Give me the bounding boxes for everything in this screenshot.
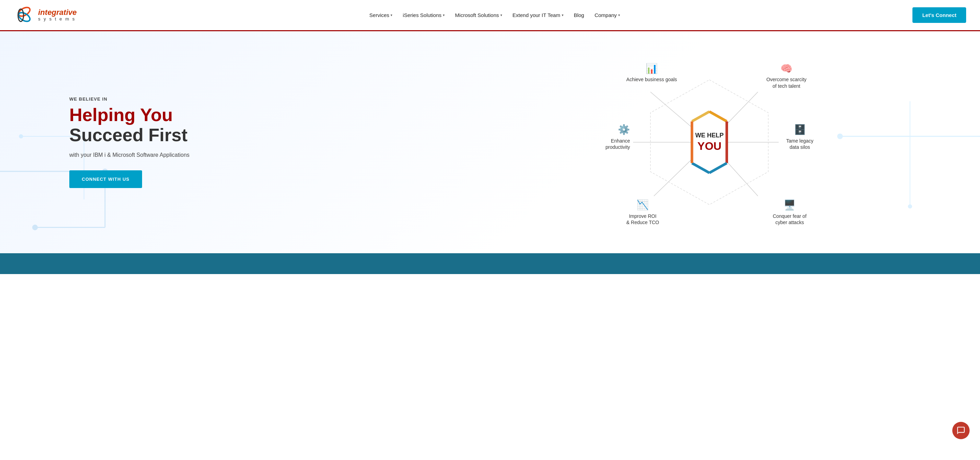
improve-roi-icon: 📉 — [626, 199, 659, 211]
nav-services[interactable]: Services ▾ — [369, 12, 393, 18]
nav-iseries[interactable]: iSeries Solutions ▾ — [402, 12, 445, 18]
logo-icon — [14, 5, 35, 26]
enhance-productivity-icon: ⚙️ — [605, 123, 630, 136]
chevron-down-icon: ▾ — [562, 13, 563, 17]
logo-text: integrative s y s t e m s — [38, 8, 76, 21]
logo[interactable]: integrative s y s t e m s — [14, 5, 76, 26]
spoke-overcome-scarcity: 🧠 Overcome scarcityof tech talent — [766, 62, 807, 89]
spoke-tame-legacy: 🗄️ Tame legacydata silos — [786, 123, 814, 150]
hex-diagram-container: WE HELP YOU 📊 Achieve business goals 🧠 O… — [467, 52, 952, 232]
spoke-conquer-cyber: 🖥️ Conquer fear ofcyber attacks — [773, 199, 807, 225]
chevron-down-icon: ▾ — [618, 13, 620, 17]
header: integrative s y s t e m s Services ▾ iSe… — [0, 0, 980, 31]
lets-connect-button[interactable]: Let's Connect — [912, 7, 966, 23]
chevron-down-icon: ▾ — [500, 13, 502, 17]
svg-point-7 — [32, 225, 38, 230]
hero-tagline: WE BELIEVE IN — [69, 96, 467, 102]
hex-diagram: WE HELP YOU 📊 Achieve business goals 🧠 O… — [609, 52, 810, 232]
achieve-goals-icon: 📊 — [626, 62, 677, 75]
logo-sub: s y s t e m s — [38, 17, 76, 21]
chevron-down-icon: ▾ — [443, 13, 445, 17]
logo-brand: integrative — [38, 8, 76, 17]
hero-title-red: Helping You — [69, 105, 467, 125]
hex-center-we-help: WE HELP — [695, 132, 724, 139]
spoke-achieve-goals: 📊 Achieve business goals — [626, 62, 677, 83]
bottom-bar — [0, 253, 980, 274]
svg-point-13 — [19, 134, 23, 138]
main-nav: Services ▾ iSeries Solutions ▾ Microsoft… — [369, 12, 620, 18]
hex-center-you: YOU — [695, 139, 724, 153]
spoke-enhance-productivity: ⚙️ Enhanceproductivity — [605, 123, 630, 150]
hero-title-dark: Succeed First — [69, 125, 467, 145]
conquer-cyber-icon: 🖥️ — [773, 199, 807, 211]
spoke-improve-roi: 📉 Improve ROI& Reduce TCO — [626, 199, 659, 225]
chevron-down-icon: ▾ — [391, 13, 392, 17]
hex-center: WE HELP YOU — [675, 107, 744, 177]
nav-microsoft[interactable]: Microsoft Solutions ▾ — [455, 12, 502, 18]
tame-legacy-icon: 🗄️ — [786, 123, 814, 136]
hero-subtitle: with your IBM i & Microsoft Software App… — [69, 152, 467, 158]
overcome-scarcity-icon: 🧠 — [766, 62, 807, 75]
nav-blog[interactable]: Blog — [574, 12, 584, 18]
hero-content: WE BELIEVE IN Helping You Succeed First … — [69, 96, 467, 188]
nav-extend-team[interactable]: Extend your IT Team ▾ — [512, 12, 563, 18]
connect-with-us-button[interactable]: CONNECT WITH US — [69, 170, 142, 188]
hero-section: WE BELIEVE IN Helping You Succeed First … — [0, 31, 980, 253]
nav-company[interactable]: Company ▾ — [595, 12, 620, 18]
